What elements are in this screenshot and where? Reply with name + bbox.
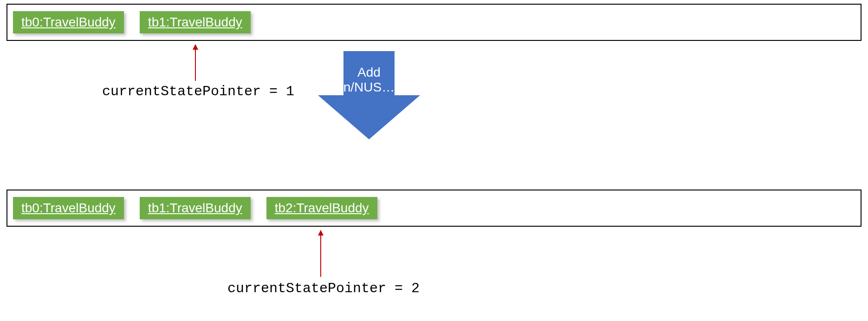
transition-arrow-text-line1: Add [318,65,420,80]
state-box: tb0:TravelBuddy [13,197,124,219]
pointer-label-top: currentStatePointer = 1 [102,84,294,99]
state-box: tb2:TravelBuddy [266,197,377,219]
transition-arrow-text-line2: n/NUS… [318,80,420,95]
state-box: tb0:TravelBuddy [13,11,124,33]
state-list-after: tb0:TravelBuddy tb1:TravelBuddy tb2:Trav… [6,190,862,227]
pointer-arrow-top [195,45,196,81]
state-list-before: tb0:TravelBuddy tb1:TravelBuddy [6,4,862,41]
pointer-arrow-bottom [320,230,321,277]
state-box: tb1:TravelBuddy [140,197,251,219]
state-box: tb1:TravelBuddy [140,11,251,33]
transition-arrow: Add n/NUS… [318,51,420,139]
pointer-label-bottom: currentStatePointer = 2 [227,281,420,296]
